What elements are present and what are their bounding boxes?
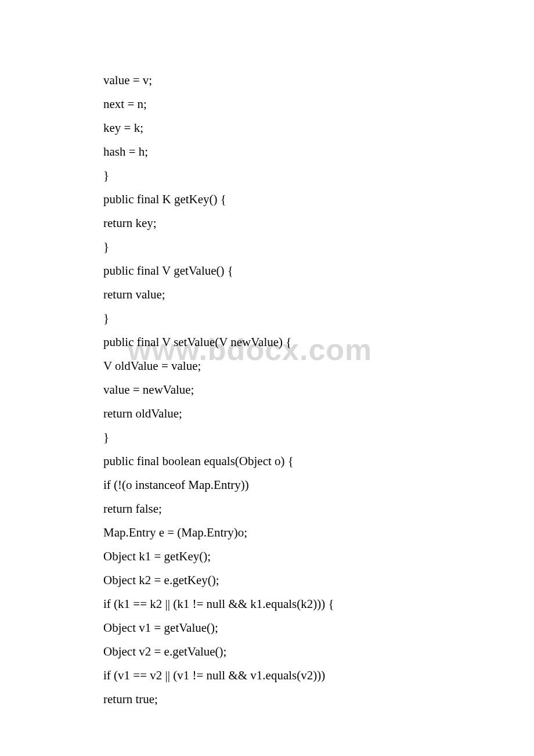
code-line: if (k1 == k2 || (k1 != null && k1.equals… [103, 592, 476, 616]
code-line: return oldValue; [103, 402, 476, 426]
code-line: } [103, 426, 476, 449]
code-line: } [103, 235, 476, 259]
code-line: Object v1 = getValue(); [103, 616, 476, 640]
code-line: return key; [103, 211, 476, 235]
code-line: Object k1 = getKey(); [103, 545, 476, 568]
code-line: hash = h; [103, 140, 476, 164]
code-content: value = v; next = n; key = k; hash = h; … [0, 0, 534, 711]
code-line: Map.Entry e = (Map.Entry)o; [103, 521, 476, 545]
code-line: V oldValue = value; [103, 354, 476, 378]
code-line: public final V getValue() { [103, 259, 476, 283]
code-line: value = newValue; [103, 378, 476, 402]
code-line: if (!(o instanceof Map.Entry)) [103, 473, 476, 497]
code-line: Object k2 = e.getKey(); [103, 568, 476, 592]
code-line: public final V setValue(V newValue) { [103, 330, 476, 354]
code-line: public final boolean equals(Object o) { [103, 449, 476, 473]
code-line: return value; [103, 283, 476, 307]
code-line: return true; [103, 687, 476, 711]
code-line: } [103, 307, 476, 330]
code-line: Object v2 = e.getValue(); [103, 640, 476, 664]
code-line: public final K getKey() { [103, 188, 476, 211]
code-line: } [103, 164, 476, 188]
code-line: next = n; [103, 92, 476, 116]
code-line: key = k; [103, 116, 476, 140]
code-line: if (v1 == v2 || (v1 != null && v1.equals… [103, 664, 476, 687]
code-line: return false; [103, 497, 476, 521]
code-line: value = v; [103, 69, 476, 92]
